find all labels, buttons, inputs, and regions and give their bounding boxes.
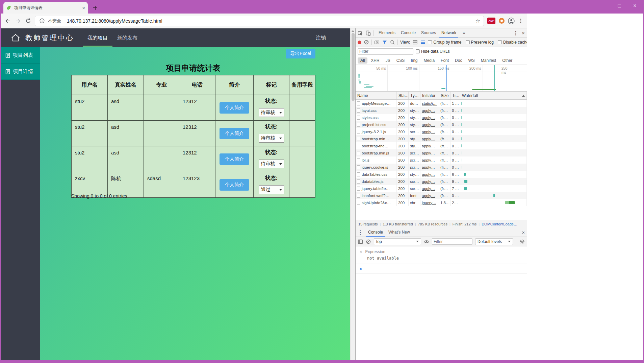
filter-pill-font[interactable]: Font	[438, 57, 452, 64]
profile-intro-button[interactable]: 个人简介	[220, 153, 249, 165]
screenshot-camera-icon[interactable]	[374, 40, 380, 45]
logout-link[interactable]: 注销	[316, 35, 326, 41]
window-close-button[interactable]: ×	[627, 0, 643, 11]
page-scrollbar[interactable]	[350, 28, 355, 360]
network-request-row[interactable]: jquery.cookie.js200scr…apply…(fr…0 …	[356, 164, 527, 171]
devtools-menu-icon[interactable]: ⋮	[513, 30, 518, 36]
column-header-size[interactable]: Size	[439, 92, 450, 99]
column-header-init[interactable]: Initiator	[420, 92, 439, 99]
network-request-row[interactable]: dataTables.css200sty…apply…(fr…6 …	[356, 171, 527, 178]
browser-menu-icon[interactable]: ⋮	[518, 18, 523, 24]
initiator-link[interactable]: apply…	[422, 116, 435, 120]
log-levels-select[interactable]: Default levels	[475, 238, 513, 245]
network-request-row[interactable]: bootstrap.min.js200scr…apply…(fr…0 …	[356, 149, 527, 156]
sidebar-item[interactable]: 项目详情	[1, 64, 40, 80]
initiator-link[interactable]: static/j…	[422, 101, 437, 105]
scrollbar-thumb[interactable]	[352, 33, 355, 101]
window-minimize-button[interactable]	[596, 0, 612, 11]
export-excel-button[interactable]: 导出Excel	[286, 49, 315, 58]
remove-expression-icon[interactable]: ×	[360, 249, 362, 254]
scrollbar-up-arrow[interactable]	[352, 30, 354, 32]
column-header-type[interactable]: Ty…	[409, 92, 420, 99]
initiator-link[interactable]: apply…	[422, 187, 435, 191]
column-header-status[interactable]: Sta…	[397, 92, 409, 99]
overview-view-icon[interactable]	[420, 40, 426, 45]
filter-pill-manifest[interactable]: Manifest	[478, 57, 499, 64]
initiator-link[interactable]: apply…	[422, 158, 435, 162]
extension-icon[interactable]	[499, 18, 505, 24]
network-request-row[interactable]: jquery.table2e…200scr…apply…(fr…7 …	[356, 185, 527, 192]
initiator-link[interactable]: apply…	[422, 151, 435, 155]
record-icon[interactable]	[358, 41, 361, 44]
devtools-tab-network[interactable]: Network	[439, 28, 459, 38]
network-filter-input[interactable]	[358, 48, 413, 55]
filter-pill-all[interactable]: All	[358, 57, 367, 64]
create-live-expression-icon[interactable]	[424, 239, 429, 244]
profile-icon[interactable]	[508, 18, 515, 24]
console-drawer-tab[interactable]: Console	[365, 228, 386, 237]
initiator-link[interactable]: apply…	[422, 165, 435, 169]
filter-pill-img[interactable]: Img	[408, 57, 420, 64]
filter-pill-xhr[interactable]: XHR	[368, 57, 382, 64]
network-request-row[interactable]: layui.css200sty…apply…(fr…0 …	[356, 107, 527, 114]
profile-intro-button[interactable]: 个人简介	[220, 179, 249, 191]
initiator-link[interactable]: apply…	[422, 137, 435, 141]
console-drawer-tab[interactable]: What's New	[386, 228, 413, 237]
refresh-icon[interactable]	[25, 18, 31, 24]
status-select[interactable]: 待审核	[259, 134, 284, 143]
filter-pill-css[interactable]: CSS	[394, 57, 408, 64]
clear-console-icon[interactable]	[366, 239, 371, 244]
initiator-link[interactable]: apply…	[422, 172, 435, 176]
filter-pill-ws[interactable]: WS	[465, 57, 477, 64]
window-maximize-button[interactable]	[612, 0, 627, 11]
new-tab-button[interactable]	[91, 4, 99, 11]
console-sidebar-icon[interactable]	[358, 239, 363, 244]
status-select[interactable]: 通过	[259, 185, 284, 194]
clear-icon[interactable]	[364, 40, 369, 45]
navbar-item[interactable]: 新的发布	[112, 28, 142, 47]
back-icon[interactable]	[4, 18, 11, 24]
devtools-tab-sources[interactable]: Sources	[418, 28, 439, 38]
initiator-link[interactable]: apply…	[422, 108, 435, 113]
search-icon[interactable]	[390, 40, 395, 45]
initiator-link[interactable]: apply…	[422, 144, 435, 148]
filter-pill-other[interactable]: Other	[499, 57, 515, 64]
toolbar-checkbox[interactable]: Disable cache	[498, 40, 527, 45]
profile-intro-button[interactable]: 个人简介	[220, 128, 249, 139]
inspect-element-icon[interactable]	[358, 30, 363, 36]
status-select[interactable]: 待审核	[259, 108, 284, 117]
column-header-wf[interactable]: Waterfall	[460, 92, 527, 99]
network-timeline-overview[interactable]: 50 ms100 ms150 ms200 ms250 ms	[356, 65, 527, 92]
filter-pill-js[interactable]: JS	[383, 57, 393, 64]
devtools-tab-console[interactable]: Console	[398, 28, 418, 38]
sidebar-item[interactable]: 项目列表	[1, 47, 40, 64]
execution-context-select[interactable]: top	[374, 238, 421, 245]
initiator-link[interactable]: apply…	[422, 130, 435, 134]
network-request-row[interactable]: iconfont.woff?…200fontapply…(fr…0 …	[356, 192, 527, 199]
network-request-row[interactable]: datatables.js200scr…apply…(fr…9 …	[356, 178, 527, 185]
network-request-row[interactable]: bootstrap-the…200sty…apply…(fr…0 …	[356, 142, 527, 149]
console-close-icon[interactable]: ×	[522, 229, 525, 235]
forward-icon[interactable]	[15, 18, 21, 24]
checkbox-icon[interactable]	[428, 40, 432, 44]
column-header-time[interactable]: Ti…	[450, 92, 460, 99]
info-icon[interactable]	[38, 18, 45, 24]
network-request-row[interactable]: lbl.js200scr…apply…(fr…0 …	[356, 156, 527, 164]
home-icon[interactable]	[10, 33, 21, 43]
devtools-tab-elements[interactable]: Elements	[376, 28, 398, 38]
filter-pill-doc[interactable]: Doc	[452, 57, 465, 64]
toolbar-checkbox[interactable]: Group by frame	[428, 40, 461, 45]
tab-close-icon[interactable]: ×	[82, 5, 85, 10]
checkbox-icon[interactable]	[498, 40, 502, 44]
console-prompt[interactable]: >	[356, 264, 527, 274]
console-settings-gear-icon[interactable]	[519, 239, 525, 244]
device-toolbar-icon[interactable]	[365, 30, 371, 36]
initiator-link[interactable]: apply…	[422, 123, 435, 127]
hide-data-urls-checkbox[interactable]: Hide data URLs	[416, 49, 450, 54]
adblock-extension-icon[interactable]: ABP	[487, 18, 495, 24]
checkbox-icon[interactable]	[466, 40, 470, 44]
checkbox-icon[interactable]	[416, 49, 420, 53]
large-rows-view-icon[interactable]	[412, 40, 418, 45]
console-filter-input[interactable]	[432, 238, 472, 245]
initiator-link[interactable]: apply…	[422, 194, 435, 198]
